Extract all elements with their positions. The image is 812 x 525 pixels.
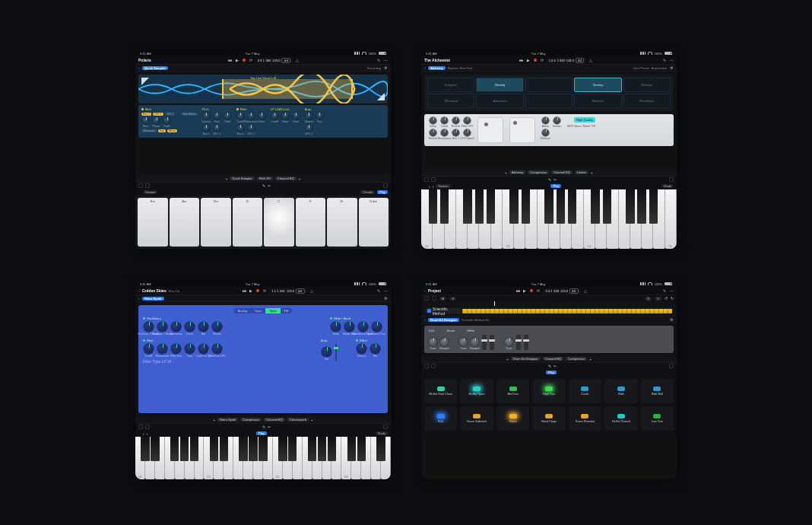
black-key[interactable] xyxy=(429,189,437,224)
al-knob-delay[interactable]: Delay xyxy=(429,117,437,128)
black-key[interactable] xyxy=(522,189,530,224)
chain-chip[interactable]: Limiter xyxy=(575,170,588,174)
mod-tag-lfo1[interactable]: LFO 1 xyxy=(153,113,163,116)
black-key[interactable] xyxy=(318,437,326,461)
chord-pad[interactable]: Dm xyxy=(201,198,231,247)
al-knob-r1[interactable]: Reverb xyxy=(429,129,437,140)
play-mode-button[interactable]: Play xyxy=(377,190,388,194)
al-knob-release[interactable]: Release xyxy=(541,129,550,140)
filter-knob-env[interactable]: Env 1 xyxy=(236,125,245,135)
kick-tab[interactable]: Kick xyxy=(429,329,435,332)
black-key[interactable] xyxy=(637,189,645,224)
rewind-button[interactable]: ⏮ xyxy=(519,58,524,62)
drum-pad[interactable]: Hi-Hat Open xyxy=(460,379,493,403)
black-key[interactable] xyxy=(220,437,228,461)
midi-region[interactable] xyxy=(462,309,672,313)
ftype-knob-3[interactable]: Drive xyxy=(292,113,300,123)
edit-icon[interactable]: ✎ xyxy=(376,58,381,62)
osc-knob-5[interactable]: Mix xyxy=(198,322,209,336)
drum-pad[interactable]: Kick xyxy=(424,406,457,431)
black-key[interactable] xyxy=(249,437,257,461)
drum-pad[interactable]: Snare Rimshot xyxy=(569,406,601,431)
quality-badge[interactable]: High Quality xyxy=(574,117,595,123)
transport-lcd[interactable]: 1 6 62 333120.04/4 xyxy=(547,58,587,63)
hihat-tab[interactable]: HiHat xyxy=(467,329,474,332)
osc-knob-2[interactable]: Oscillator 2 Shape xyxy=(157,322,168,336)
amp-knob-lfo[interactable]: LFO 1 xyxy=(305,125,313,135)
black-key[interactable] xyxy=(603,189,611,224)
hihat-fader-2[interactable] xyxy=(524,335,528,350)
mod-knob-fade[interactable]: Fade xyxy=(163,117,171,128)
al-knob-reverb[interactable]: Reverb xyxy=(452,117,460,128)
add-plugin-right[interactable]: + xyxy=(299,177,301,181)
black-key[interactable] xyxy=(347,437,356,461)
plugin-chip[interactable]: Quick Sampler xyxy=(142,66,168,70)
drum-pad[interactable]: Hi-Hat Closed xyxy=(604,406,637,431)
snapshot-slot[interactable]: Destiny xyxy=(574,78,621,92)
drum-pad[interactable]: Low Tom xyxy=(641,406,674,431)
scale-button[interactable]: Scale xyxy=(661,184,674,188)
pitch-knob-coarse[interactable]: Coarse xyxy=(202,113,211,123)
gear-icon[interactable]: ⚙ xyxy=(669,65,674,70)
view-list-button[interactable] xyxy=(145,183,150,188)
chain-chip[interactable]: Pitch FX xyxy=(257,177,273,180)
amp-knob-pan[interactable]: Pan xyxy=(316,113,324,123)
snapshot-slot[interactable]: Breathless xyxy=(623,94,671,108)
black-key[interactable] xyxy=(141,437,149,461)
snapshot-slot[interactable]: Ghostly xyxy=(476,78,523,92)
black-key[interactable] xyxy=(239,437,247,461)
play-mode-button[interactable]: Play xyxy=(550,184,561,188)
play-button[interactable]: ▶ xyxy=(526,58,531,62)
view-grid-button[interactable] xyxy=(138,183,143,188)
black-key[interactable] xyxy=(463,189,471,224)
snapshot-slot[interactable]: Release xyxy=(623,78,671,92)
black-key[interactable] xyxy=(259,437,267,461)
mod-tag-env1[interactable]: Env 1 xyxy=(141,113,151,116)
drum-pad[interactable]: High Tom xyxy=(532,379,565,403)
record-button[interactable] xyxy=(533,58,538,62)
amp-fader[interactable] xyxy=(335,344,337,361)
ftype-knob-2[interactable]: Reso xyxy=(281,113,290,123)
black-key[interactable] xyxy=(568,189,576,224)
mod-mono[interactable]: Mono xyxy=(167,129,177,132)
black-key[interactable] xyxy=(557,189,565,224)
pencil-icon[interactable]: ✎ xyxy=(262,183,265,188)
back-icon[interactable]: ‹ xyxy=(138,288,140,293)
chord-pad[interactable]: C xyxy=(264,198,294,247)
snapshot-slot[interactable] xyxy=(525,94,573,108)
add-plugin-left[interactable]: + xyxy=(226,177,228,181)
snapshot-slot[interactable]: Adventure xyxy=(476,94,523,108)
chain-chip[interactable]: Channel EQ xyxy=(275,177,297,180)
back-icon[interactable]: ‹ xyxy=(424,65,426,70)
hihat-fader-1[interactable] xyxy=(516,335,521,350)
al-knob-r4[interactable]: LFO Speed xyxy=(463,129,471,140)
black-key[interactable] xyxy=(151,437,159,461)
preset-name[interactable]: Majestic Rise Pad xyxy=(448,66,472,70)
mod-knob-phase[interactable]: Phase xyxy=(152,117,160,128)
drum-pad[interactable]: Mid Tom xyxy=(496,379,529,403)
filter-knob-lfo[interactable]: LFO 1 xyxy=(247,125,255,135)
black-key[interactable] xyxy=(487,189,495,224)
play-button[interactable]: ▶ xyxy=(235,58,239,62)
black-key[interactable] xyxy=(328,437,336,461)
transport-lcd[interactable]: 3 3 1069120.0 4/4 xyxy=(255,58,293,63)
filter-knob-reso[interactable]: Resonance xyxy=(247,113,255,123)
playhead[interactable] xyxy=(494,301,495,306)
view-mixer-button[interactable] xyxy=(383,183,388,188)
chord-pad[interactable]: Am xyxy=(170,198,200,247)
retro-tab[interactable]: FM xyxy=(281,308,293,313)
al-knob-r3[interactable]: Env 1 xyxy=(452,129,460,140)
mod-tag-lfo2[interactable]: LFO 2 xyxy=(165,113,176,116)
chord-pad[interactable]: Em xyxy=(138,198,168,247)
cycle-button[interactable]: ⟳ xyxy=(249,58,253,62)
xy-pad-1[interactable] xyxy=(477,117,503,143)
project-name[interactable]: The Alchemist xyxy=(424,58,450,62)
filter-knob-drive[interactable]: Drive xyxy=(258,113,266,123)
snare-fader-2[interactable] xyxy=(490,335,494,350)
snare-tab[interactable]: Snare xyxy=(447,329,455,332)
al-knob-comb[interactable]: Comb xyxy=(440,117,449,128)
scissors-icon[interactable]: ✂ xyxy=(268,183,271,188)
al-knob-attack[interactable]: Attack xyxy=(541,117,550,128)
osc-knob-3[interactable]: Semitones xyxy=(170,322,182,336)
drum-pad[interactable]: Snare xyxy=(496,406,529,431)
